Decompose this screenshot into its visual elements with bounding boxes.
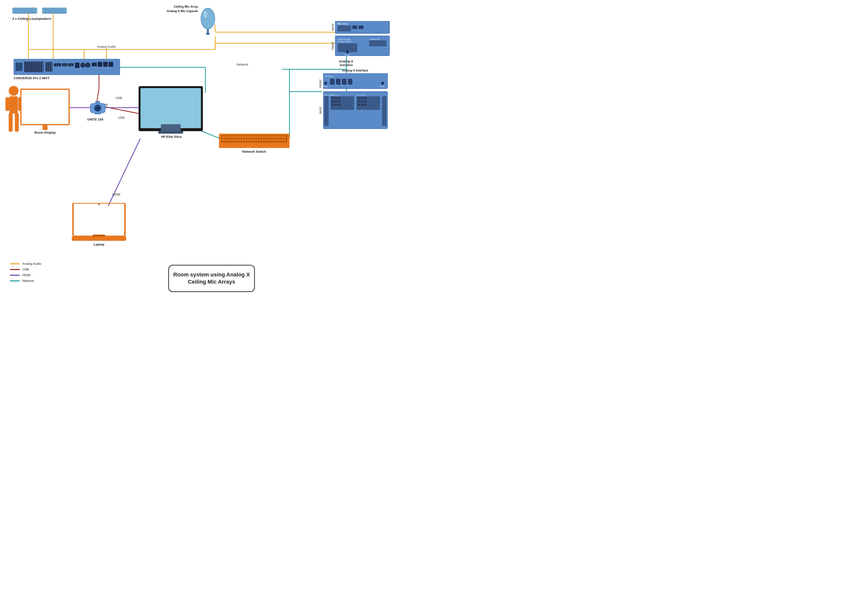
svg-rect-174 [267,136,268,138]
svg-rect-53 [36,62,38,72]
svg-rect-39 [14,12,36,13]
svg-line-19 [202,131,220,139]
svg-point-30 [9,86,19,96]
svg-point-100 [206,33,210,35]
svg-text:4: 4 [348,85,349,86]
svg-point-112 [346,51,349,53]
svg-rect-180 [281,136,283,138]
legend-label-analog: Analog Audio [22,262,41,265]
svg-rect-169 [254,136,256,138]
svg-rect-165 [244,136,246,138]
svg-point-116 [324,82,327,85]
analog-x-interface: Analog-X Interface FRONT BACK Analog In … [319,69,391,131]
svg-text:VoIP: VoIP [69,64,73,66]
svg-rect-166 [247,136,249,138]
back-label-junction: BACK [332,21,334,33]
svg-rect-199 [264,139,266,141]
front-label-interface: FRONT [319,76,322,91]
svg-rect-187 [234,139,236,141]
svg-rect-139 [332,104,334,106]
svg-rect-141 [338,104,341,106]
svg-rect-171 [259,136,261,138]
legend-analog-audio: Analog Audio [10,262,41,265]
svg-rect-52 [34,62,36,72]
svg-text:Power: Power [345,54,350,56]
svg-rect-74 [98,62,102,67]
svg-text:Mic / Line In: Mic / Line In [44,59,54,61]
svg-text:Ceiling Mic Array: Ceiling Mic Array [338,38,350,40]
svg-rect-111 [369,40,386,46]
svg-rect-145 [361,97,363,99]
ceiling-speakers-label: 2 x Ceiling Loudspeakers [12,17,51,20]
unite-label: UNITE 150 [83,118,108,121]
analog-x-interface-label: Analog-X Interface [319,69,391,72]
svg-rect-153 [382,96,386,126]
svg-rect-134 [335,97,337,99]
front-label-junction: FRONT [332,36,334,56]
svg-rect-37 [14,9,36,10]
info-box-text: Room system using Analog X Ceiling Mic A… [173,271,250,285]
network-switch-label: Network Switch [219,150,290,154]
svg-text:RS232: RS232 [92,67,96,68]
svg-text:Mic Array: Mic Array [338,23,348,25]
svg-text:Analog-X Junction: Analog-X Junction [338,40,352,43]
svg-rect-31 [9,96,18,113]
svg-rect-78 [108,62,113,67]
svg-rect-76 [103,62,108,67]
svg-rect-144 [358,97,360,99]
svg-rect-163 [239,136,241,138]
svg-rect-94 [72,236,126,241]
svg-rect-172 [262,136,264,138]
svg-rect-189 [239,139,241,141]
svg-rect-148 [361,101,363,102]
svg-rect-185 [229,139,231,141]
legend-label-usb: USB [22,268,29,271]
svg-text:USB: USB [116,96,122,100]
back-label-interface: BACK [319,96,322,125]
svg-point-69 [81,64,84,67]
svg-line-10 [103,106,140,114]
svg-rect-188 [237,139,239,141]
svg-rect-192 [247,139,249,141]
ceiling-speakers [12,7,67,16]
svg-rect-150 [358,104,360,106]
svg-rect-194 [252,139,254,141]
legend-line-network [10,281,20,281]
svg-point-96 [98,204,100,205]
laptop-label: Laptop [72,242,126,246]
svg-rect-179 [279,136,281,138]
svg-rect-191 [244,139,246,141]
svg-rect-48 [26,62,28,72]
svg-rect-204 [276,139,278,141]
svg-rect-176 [271,136,273,138]
svg-rect-137 [335,101,337,102]
svg-text:HDMI: HDMI [112,192,120,196]
room-display-stand [43,125,48,130]
svg-rect-34 [9,113,12,132]
svg-rect-196 [257,139,259,141]
svg-rect-178 [276,136,278,138]
svg-rect-54 [38,62,40,72]
legend: Analog Audio USB HDMI Network [10,262,41,285]
svg-rect-168 [252,136,254,138]
laptop [72,203,126,242]
svg-rect-200 [267,139,268,141]
svg-rect-202 [271,139,273,141]
svg-rect-203 [274,139,276,141]
svg-rect-59 [50,62,51,71]
svg-text:Network: Network [237,63,248,66]
svg-rect-157 [225,136,226,138]
svg-rect-173 [264,136,266,138]
svg-rect-87 [95,101,100,104]
svg-rect-164 [242,136,244,138]
svg-rect-195 [254,139,256,141]
svg-rect-120 [342,79,346,85]
svg-rect-103 [338,25,351,31]
svg-rect-190 [242,139,244,141]
svg-point-97 [201,8,215,29]
svg-rect-181 [284,136,286,138]
legend-label-hdmi: HDMI [22,273,31,277]
svg-text:Ethernet: Ethernet [75,68,80,69]
svg-text:GPIO: GPIO [56,64,59,66]
svg-text:2: 2 [336,85,337,86]
